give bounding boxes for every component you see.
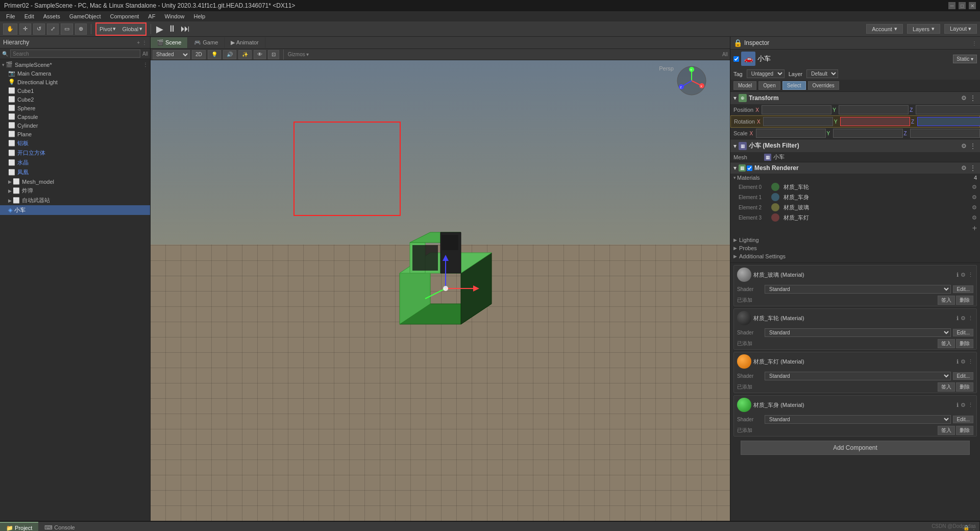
wheel-signin-btn[interactable]: 签入 bbox=[938, 339, 955, 348]
hier-directional-light[interactable]: 💡 Directional Light bbox=[0, 78, 150, 86]
tab-scene[interactable]: 🎬 Scene bbox=[151, 37, 188, 48]
menu-gameobject[interactable]: GameObject bbox=[65, 12, 105, 20]
account-button[interactable]: Account ▾ bbox=[866, 24, 903, 34]
mat-add-button[interactable]: + bbox=[972, 224, 977, 233]
pos-y-input[interactable]: 0.2 bbox=[839, 105, 909, 114]
scale-x-input[interactable]: 1 bbox=[756, 129, 826, 138]
pivot-button[interactable]: Pivot ▾ bbox=[96, 23, 119, 35]
pos-z-input[interactable]: -1.5 bbox=[916, 105, 980, 114]
open-button[interactable]: Open bbox=[758, 81, 780, 90]
transform-header[interactable]: ▾ ⊕ Transform ⚙ ⋮ bbox=[730, 92, 980, 104]
hier-phoenix[interactable]: ⬜ 凤凰 bbox=[0, 167, 150, 177]
play-button[interactable]: ▶ bbox=[155, 23, 164, 35]
overrides-button[interactable]: Overrides bbox=[808, 81, 839, 90]
hier-mesh-model[interactable]: ▶⬜ Mesh_model bbox=[0, 177, 150, 186]
mat-wheel-edit[interactable]: Edit... bbox=[953, 329, 973, 336]
mat-wheel-info[interactable]: ℹ bbox=[957, 315, 959, 322]
tab-project[interactable]: 📁 Project bbox=[0, 522, 38, 531]
audio-button[interactable]: 🔊 bbox=[223, 50, 236, 59]
model-button[interactable]: Model bbox=[733, 81, 756, 90]
rotate-tool[interactable]: ↺ bbox=[33, 23, 45, 35]
hier-cube2[interactable]: ⬜ Cube2 bbox=[0, 95, 150, 104]
wheel-delete-btn[interactable]: 删除 bbox=[956, 339, 973, 348]
mf-more-icon[interactable]: ⋮ bbox=[969, 142, 977, 150]
hier-main-camera[interactable]: 📷 Main Camera bbox=[0, 69, 150, 78]
glass-delete-btn[interactable]: 删除 bbox=[956, 296, 973, 305]
mat-body-edit[interactable]: Edit... bbox=[953, 416, 973, 423]
hier-luban[interactable]: ⬜ 铝板 bbox=[0, 138, 150, 148]
mat-glass-edit[interactable]: Edit... bbox=[953, 285, 973, 293]
light-delete-btn[interactable]: 删除 bbox=[956, 382, 973, 392]
effects-button[interactable]: ✨ bbox=[238, 50, 252, 59]
hier-capsule[interactable]: ⬜ Capsule bbox=[0, 112, 150, 121]
hier-cube1[interactable]: ⬜ Cube1 bbox=[0, 86, 150, 95]
scene-vis-button[interactable]: 👁 bbox=[254, 50, 266, 59]
tag-select[interactable]: Untagged bbox=[747, 69, 785, 78]
body-delete-btn[interactable]: 删除 bbox=[956, 426, 973, 435]
select-button[interactable]: Select bbox=[782, 81, 806, 90]
body-signin-btn[interactable]: 签入 bbox=[938, 426, 955, 435]
hier-crystal[interactable]: ⬜ 水晶 bbox=[0, 158, 150, 167]
hand-tool[interactable]: ✋ bbox=[3, 23, 17, 35]
mat-wheel-more[interactable]: ⋮ bbox=[968, 315, 973, 322]
mr-enabled-checkbox[interactable] bbox=[747, 165, 752, 171]
hierarchy-scene-root[interactable]: ▾ 🎬 SampleScene* ⋮ bbox=[0, 60, 150, 69]
hierarchy-menu-button[interactable]: ⋮ bbox=[142, 40, 147, 45]
mat-glass-settings[interactable]: ⚙ bbox=[961, 272, 966, 278]
scale-z-input[interactable]: 1 bbox=[910, 129, 980, 138]
light-signin-btn[interactable]: 签入 bbox=[938, 382, 955, 392]
hierarchy-add-button[interactable]: + bbox=[137, 40, 140, 45]
rot-z-input[interactable]: 0 bbox=[917, 117, 980, 126]
mat-light-info[interactable]: ℹ bbox=[957, 358, 959, 365]
hier-sphere[interactable]: ⬜ Sphere bbox=[0, 104, 150, 112]
scale-tool[interactable]: ⤢ bbox=[47, 23, 59, 35]
menu-file[interactable]: File bbox=[2, 12, 19, 20]
lighting-button[interactable]: 💡 bbox=[208, 50, 221, 59]
mat-0-settings[interactable]: ⚙ bbox=[972, 184, 977, 190]
probes-row[interactable]: ▶ Probes bbox=[733, 244, 977, 252]
hier-auto-weapon[interactable]: ▶⬜ 自动武器站 bbox=[0, 196, 150, 205]
mesh-renderer-header[interactable]: ▾ ▦ Mesh Renderer ⚙ ⋮ bbox=[730, 162, 980, 174]
menu-window[interactable]: Window bbox=[160, 12, 188, 20]
layer-select[interactable]: Default bbox=[806, 69, 838, 78]
rot-y-input[interactable]: 15 bbox=[840, 117, 910, 126]
mat-1-settings[interactable]: ⚙ bbox=[972, 194, 977, 201]
lock-icon[interactable]: 🔒 bbox=[733, 39, 742, 47]
mr-more-icon[interactable]: ⋮ bbox=[969, 164, 977, 172]
add-component-button[interactable]: Add Component bbox=[741, 441, 970, 455]
glass-signin-btn[interactable]: 签入 bbox=[938, 296, 955, 305]
rect-tool[interactable]: ▭ bbox=[61, 23, 73, 35]
pause-button[interactable]: ⏸ bbox=[166, 23, 178, 34]
tab-console[interactable]: ⌨ Console bbox=[38, 522, 81, 531]
hierarchy-search-input[interactable] bbox=[10, 50, 140, 58]
step-button[interactable]: ⏭ bbox=[180, 23, 191, 34]
global-button[interactable]: Global ▾ bbox=[119, 23, 145, 35]
layout-button[interactable]: Layout ▾ bbox=[944, 24, 977, 34]
hier-open-cube[interactable]: ⬜ 开口立方体 bbox=[0, 148, 150, 158]
mat-body-settings[interactable]: ⚙ bbox=[961, 402, 966, 408]
transform-more-icon[interactable]: ⋮ bbox=[969, 94, 977, 102]
hier-bomb[interactable]: ▶⬜ 炸弹 bbox=[0, 186, 150, 196]
mat-3-settings[interactable]: ⚙ bbox=[972, 214, 977, 221]
inspector-options-button[interactable]: ⋮ bbox=[972, 40, 977, 46]
menu-help[interactable]: Help bbox=[190, 12, 210, 20]
shading-select[interactable]: Shaded Wireframe bbox=[153, 50, 190, 59]
gizmos-dropdown[interactable]: Gizmos ▾ bbox=[288, 52, 309, 57]
mr-settings-icon[interactable]: ⚙ bbox=[960, 164, 968, 172]
materials-expand[interactable]: ▾ bbox=[733, 175, 736, 180]
object-name[interactable]: 小车 bbox=[757, 54, 951, 63]
mat-body-more[interactable]: ⋮ bbox=[968, 402, 973, 408]
mat-light-settings[interactable]: ⚙ bbox=[961, 358, 966, 365]
hier-cylinder[interactable]: ⬜ Cylinder bbox=[0, 121, 150, 130]
transform-settings-icon[interactable]: ⚙ bbox=[960, 94, 968, 102]
active-checkbox[interactable] bbox=[733, 56, 739, 62]
menu-edit[interactable]: Edit bbox=[20, 12, 38, 20]
hier-plane[interactable]: ⬜ Plane bbox=[0, 130, 150, 138]
menu-af[interactable]: AF bbox=[144, 12, 159, 20]
additional-settings-row[interactable]: ▶ Additional Settings bbox=[733, 252, 977, 260]
transform-tool[interactable]: ⊕ bbox=[75, 23, 87, 35]
mesh-filter-header[interactable]: ▾ ▦ 小车 (Mesh Filter) ⚙ ⋮ bbox=[730, 139, 980, 152]
menu-component[interactable]: Component bbox=[106, 12, 143, 20]
menu-assets[interactable]: Assets bbox=[39, 12, 64, 20]
mf-settings-icon[interactable]: ⚙ bbox=[960, 142, 968, 150]
